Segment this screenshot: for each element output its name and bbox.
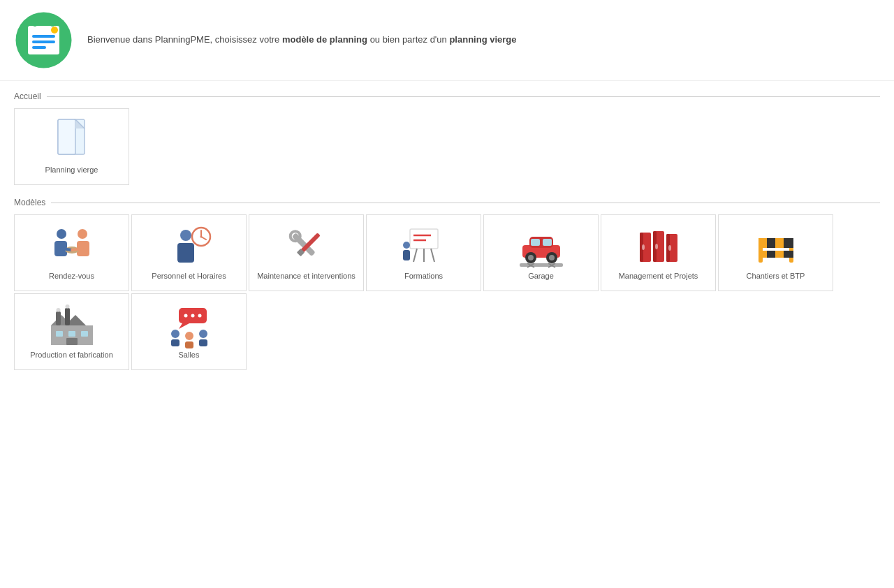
accueil-title: Accueil [14, 91, 880, 101]
svg-point-84 [198, 314, 201, 318]
svg-rect-40 [543, 239, 552, 246]
formations-icon [403, 226, 445, 267]
svg-rect-80 [66, 338, 78, 345]
accueil-cards: Planning vierge [14, 108, 880, 187]
svg-rect-9 [58, 119, 75, 154]
svg-point-55 [655, 244, 658, 249]
svg-rect-36 [403, 250, 410, 260]
svg-point-5 [51, 27, 58, 34]
svg-rect-91 [199, 339, 207, 346]
svg-rect-2 [32, 35, 55, 38]
card-formations[interactable]: Formations [366, 214, 481, 291]
modeles-cards: Rendez-vous Personnel et H [14, 214, 880, 372]
svg-point-86 [171, 330, 179, 338]
svg-rect-87 [171, 339, 179, 346]
formations-label: Formations [401, 272, 446, 280]
svg-point-82 [184, 314, 187, 318]
personnel-horaires-label: Personnel et Horaires [148, 272, 229, 280]
maintenance-interventions-label: Maintenance et interventions [254, 272, 359, 280]
svg-rect-74 [65, 308, 70, 325]
svg-rect-64 [775, 238, 784, 248]
svg-rect-65 [784, 238, 793, 248]
header: Bienvenue dans PlanningPME, choisissez v… [0, 0, 894, 81]
garage-icon [520, 226, 562, 267]
svg-point-42 [528, 255, 534, 260]
svg-point-58 [668, 245, 671, 251]
svg-rect-45 [520, 263, 563, 267]
modeles-section: Modèles [14, 198, 880, 372]
svg-point-88 [185, 332, 193, 340]
svg-line-17 [61, 249, 72, 250]
svg-line-18 [72, 249, 82, 250]
card-maintenance-interventions[interactable]: Maintenance et interventions [249, 214, 364, 291]
card-planning-vierge[interactable]: Planning vierge [14, 108, 129, 185]
production-fabrication-label: Production et fabrication [27, 351, 117, 359]
svg-point-12 [57, 229, 66, 239]
svg-point-14 [78, 229, 87, 239]
svg-rect-89 [185, 341, 193, 348]
svg-point-52 [642, 244, 645, 250]
card-rendez-vous[interactable]: Rendez-vous [14, 214, 129, 291]
card-salles[interactable]: Salles [131, 293, 247, 370]
svg-rect-4 [32, 46, 46, 49]
chantiers-btp-label: Chantiers et BTP [743, 272, 809, 280]
production-fabrication-icon [51, 304, 93, 346]
svg-rect-3 [32, 41, 55, 43]
svg-point-76 [65, 304, 69, 309]
svg-rect-68 [784, 251, 793, 258]
svg-point-44 [549, 255, 555, 260]
personnel-horaires-icon [168, 226, 210, 267]
svg-line-33 [431, 249, 434, 262]
main-content: Accueil Planning vierge [0, 81, 894, 383]
salles-label: Salles [175, 351, 203, 359]
svg-point-7 [49, 20, 56, 27]
svg-line-32 [413, 249, 417, 262]
svg-point-6 [31, 20, 38, 27]
welcome-message: Bienvenue dans PlanningPME, choisissez v… [87, 33, 517, 47]
svg-rect-20 [177, 243, 194, 263]
app-logo [14, 10, 73, 70]
svg-point-75 [56, 308, 60, 312]
svg-point-19 [180, 230, 191, 241]
card-management-projets[interactable]: Management et Projets [601, 214, 716, 291]
management-projets-icon [638, 226, 680, 267]
accueil-section: Accueil Planning vierge [14, 91, 880, 187]
card-personnel-horaires[interactable]: Personnel et Horaires [131, 214, 247, 291]
svg-rect-77 [56, 331, 63, 337]
planning-vierge-icon [51, 119, 93, 161]
svg-rect-39 [531, 239, 540, 246]
svg-point-90 [199, 330, 207, 338]
card-chantiers-btp[interactable]: Chantiers et BTP [718, 214, 833, 291]
svg-rect-62 [759, 238, 767, 248]
management-projets-label: Management et Projets [615, 272, 702, 280]
svg-rect-73 [56, 311, 61, 325]
svg-rect-78 [68, 331, 75, 337]
svg-rect-29 [410, 229, 438, 249]
svg-point-83 [191, 314, 194, 318]
salles-icon [168, 304, 210, 346]
svg-rect-63 [767, 238, 775, 248]
card-production-fabrication[interactable]: Production et fabrication [14, 293, 129, 370]
rendez-vous-label: Rendez-vous [45, 272, 98, 280]
rendez-vous-icon [51, 226, 93, 267]
modeles-title: Modèles [14, 198, 880, 207]
svg-point-35 [403, 242, 410, 249]
svg-rect-67 [767, 251, 775, 258]
maintenance-interventions-icon [286, 226, 328, 267]
garage-label: Garage [525, 272, 557, 280]
chantiers-btp-icon [755, 226, 797, 267]
card-garage[interactable]: Garage [483, 214, 599, 291]
planning-vierge-label: Planning vierge [42, 166, 102, 174]
svg-rect-79 [81, 331, 88, 337]
svg-marker-85 [179, 323, 189, 329]
